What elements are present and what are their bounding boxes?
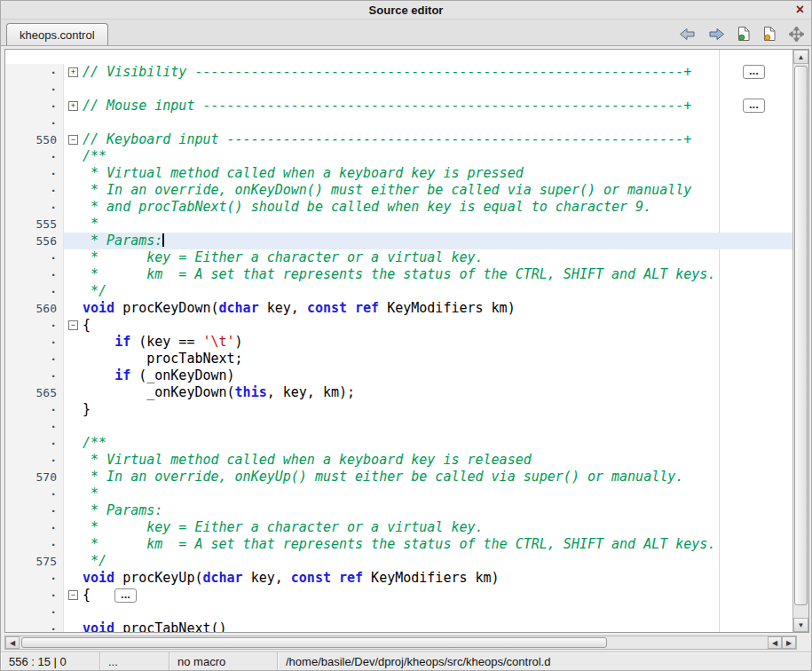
- code-line[interactable]: · if (_onKeyDown): [5, 367, 792, 384]
- code-line[interactable]: ·/**: [5, 148, 792, 165]
- code-text: *: [83, 485, 792, 502]
- line-number: ·: [5, 620, 64, 632]
- code-line[interactable]: 565 _onKeyDown(this, key, km);: [5, 384, 792, 401]
- text-caret: [162, 233, 164, 247]
- scroll-left-icon[interactable]: ◀: [5, 636, 20, 649]
- save-document-icon[interactable]: [763, 26, 777, 42]
- line-number: ·: [5, 64, 64, 81]
- scroll-left-secondary-icon[interactable]: ◀: [768, 636, 782, 649]
- code-line[interactable]: ·: [5, 114, 792, 131]
- code-line[interactable]: ·void procTabNext(): [5, 620, 792, 632]
- code-text: if (key == '\t'): [83, 334, 792, 351]
- new-document-icon[interactable]: [737, 26, 751, 42]
- code-text: * key = Either a character or a virtual …: [83, 249, 792, 266]
- code-line[interactable]: 555 *: [5, 216, 792, 233]
- code-line[interactable]: ·−{...: [5, 587, 792, 604]
- code-line[interactable]: ·void procKeyUp(dchar key, const ref Key…: [5, 570, 792, 587]
- code-line[interactable]: 570 * In an override, onKeyUp() must eit…: [5, 469, 792, 485]
- horizontal-scrollbar[interactable]: ◀ ◀ ▶: [4, 635, 797, 650]
- code-line[interactable]: ·/**: [5, 435, 792, 452]
- code-line[interactable]: · *: [5, 485, 792, 502]
- code-text: if (_onKeyDown): [83, 367, 792, 384]
- code-line[interactable]: 550−// Keyboard input ------------------…: [5, 131, 792, 148]
- code-line[interactable]: ·: [5, 418, 792, 435]
- close-icon[interactable]: ×: [796, 1, 804, 19]
- code-line[interactable]: ·+// Mouse input -----------------------…: [5, 98, 792, 114]
- fold-gutter: [64, 249, 83, 266]
- vertical-scroll-track[interactable]: [793, 64, 808, 618]
- code-line[interactable]: · * Virtual method called when a keyboar…: [5, 165, 792, 182]
- code-text: procTabNext;: [83, 351, 792, 367]
- fold-gutter: [64, 283, 83, 300]
- line-number: ·: [5, 604, 64, 620]
- fold-gutter: [64, 401, 83, 418]
- go-back-icon[interactable]: [679, 28, 696, 41]
- line-number: ·: [5, 502, 64, 519]
- code-text: * and procTabNext() should be called whe…: [83, 199, 792, 216]
- horizontal-scroll-thumb[interactable]: [21, 637, 607, 648]
- code-text: * key = Either a character or a virtual …: [83, 519, 792, 536]
- code-line[interactable]: · procTabNext;: [5, 351, 792, 367]
- fold-gutter: [64, 351, 83, 367]
- code-text: void procKeyDown(dchar key, const ref Ke…: [83, 300, 792, 317]
- code-line[interactable]: ·}: [5, 401, 792, 418]
- code-text: [83, 114, 792, 131]
- code-text: /**: [83, 435, 792, 452]
- fold-gutter: [64, 81, 83, 98]
- fold-expand-icon[interactable]: +: [68, 101, 78, 111]
- folded-block-ellipsis[interactable]: ...: [743, 65, 765, 79]
- code-line[interactable]: · * and procTabNext() should be called w…: [5, 199, 792, 216]
- fold-gutter: [64, 334, 83, 351]
- code-line[interactable]: · * key = Either a character or a virtua…: [5, 249, 792, 266]
- line-number: ·: [5, 485, 64, 502]
- code-line[interactable]: · */: [5, 283, 792, 300]
- vertical-scroll-thumb[interactable]: [794, 66, 808, 605]
- code-line[interactable]: ·+// Visibility ------------------------…: [5, 64, 792, 81]
- vertical-scrollbar[interactable]: ▲ ▼: [792, 50, 808, 632]
- code-editor[interactable]: ·+// Visibility ------------------------…: [5, 50, 792, 632]
- scroll-up-icon[interactable]: ▲: [793, 50, 808, 64]
- line-number: ·: [5, 266, 64, 283]
- fold-collapse-icon[interactable]: −: [68, 135, 78, 145]
- fold-gutter: −: [64, 317, 83, 334]
- code-line[interactable]: ·−{: [5, 317, 792, 334]
- code-line[interactable]: · * key = Either a character or a virtua…: [5, 519, 792, 536]
- fold-gutter: [64, 114, 83, 131]
- line-number: ·: [5, 182, 64, 199]
- code-line[interactable]: 560void procKeyDown(dchar key, const ref…: [5, 300, 792, 317]
- detach-editor-icon[interactable]: [789, 27, 804, 42]
- code-line[interactable]: ·: [5, 81, 792, 98]
- fold-gutter: [64, 570, 83, 587]
- folded-block-ellipsis[interactable]: ...: [114, 588, 137, 603]
- code-line[interactable]: · * km = A set that represents the statu…: [5, 536, 792, 553]
- code-text: {...: [83, 587, 792, 604]
- go-forward-icon[interactable]: [708, 28, 725, 41]
- scroll-right-icon[interactable]: ▶: [782, 636, 796, 649]
- fold-gutter: [64, 182, 83, 199]
- scroll-down-icon[interactable]: ▼: [793, 618, 808, 632]
- code-line[interactable]: ·: [5, 604, 792, 620]
- code-text: // Mouse input -------------------------…: [83, 98, 792, 114]
- fold-gutter: [64, 266, 83, 283]
- code-line[interactable]: · * km = A set that represents the statu…: [5, 266, 792, 283]
- fold-gutter: −: [64, 587, 83, 604]
- line-number: ·: [5, 570, 64, 587]
- code-line[interactable]: · * Params:: [5, 502, 792, 519]
- code-line[interactable]: · * Virtual method called when a keyboar…: [5, 452, 792, 469]
- tab-bar: kheops.control: [1, 20, 811, 46]
- fold-collapse-icon[interactable]: −: [68, 590, 78, 600]
- code-line[interactable]: · if (key == '\t'): [5, 334, 792, 351]
- fold-expand-icon[interactable]: +: [68, 67, 78, 77]
- horizontal-scroll-track[interactable]: [20, 636, 768, 649]
- tab-kheops-control[interactable]: kheops.control: [6, 23, 108, 45]
- code-line[interactable]: · * In an override, onKeyDown() must eit…: [5, 182, 792, 199]
- code-line[interactable]: 575 */: [5, 553, 792, 570]
- line-number: 550: [5, 131, 64, 148]
- code-text: [83, 418, 792, 435]
- code-line-current[interactable]: 556 * Params:: [5, 233, 792, 249]
- line-number: 555: [5, 216, 64, 233]
- folded-block-ellipsis[interactable]: ...: [743, 99, 765, 113]
- fold-gutter: [64, 384, 83, 401]
- fold-collapse-icon[interactable]: −: [68, 320, 78, 330]
- fold-gutter: +: [64, 98, 83, 114]
